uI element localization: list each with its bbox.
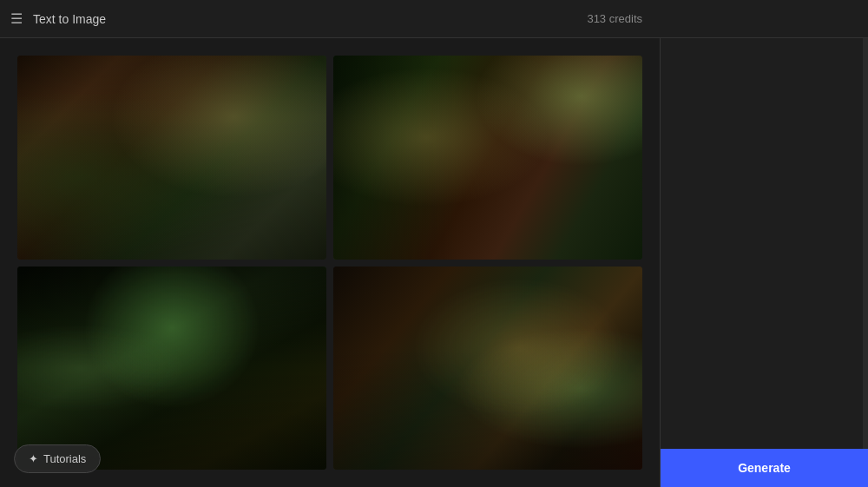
tutorials-label: Tutorials (43, 452, 86, 465)
image-cell-4 (333, 267, 642, 471)
right-panel: Generate (660, 38, 868, 487)
menu-icon[interactable]: ☰ (10, 10, 23, 27)
right-panel-content (661, 38, 868, 487)
credits-display: 313 credits (587, 12, 642, 25)
image-grid (0, 38, 660, 487)
image-cell-3 (17, 267, 326, 471)
tutorials-icon: ✦ (29, 452, 38, 465)
tutorials-button[interactable]: ✦ Tutorials (14, 444, 101, 473)
app-header: ☰ Text to Image 313 credits (0, 0, 868, 38)
right-panel-scrollbar (863, 38, 868, 487)
app-title: Text to Image (33, 12, 106, 26)
image-cell-1 (17, 56, 326, 260)
main-content: Generate Abandoned Abstract Sculpture Ad… (0, 38, 868, 487)
generate-button[interactable]: Generate (661, 449, 868, 487)
image-cell-2 (333, 56, 642, 260)
